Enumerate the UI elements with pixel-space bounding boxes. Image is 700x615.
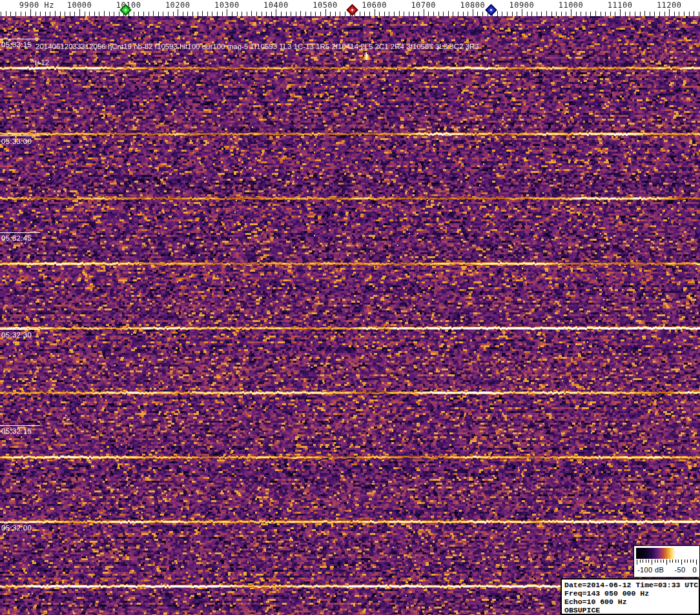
ruler-minor-tick — [232, 12, 232, 16]
station-info-box: Date=2014-06-12 Time=03:33 UTC Freq=143 … — [561, 578, 700, 615]
ruler-minor-tick — [315, 12, 316, 16]
colorbar-gradient — [636, 548, 697, 559]
ruler-minor-tick — [158, 12, 159, 16]
time-label: 05:33:15 — [1, 41, 32, 48]
colorbar-tick-scale — [634, 560, 699, 565]
ruler-minor-tick — [610, 12, 611, 16]
ruler-minor-tick — [168, 12, 169, 16]
ruler-minor-tick — [512, 12, 513, 16]
ruler-minor-tick — [674, 12, 675, 16]
ruler-minor-tick — [256, 12, 257, 16]
ruler-minor-tick — [242, 12, 242, 16]
ruler-minor-tick — [659, 12, 660, 16]
ruler-major-tick — [276, 9, 276, 16]
ruler-minor-tick — [94, 12, 95, 16]
ruler-minor-tick — [74, 12, 75, 16]
ruler-minor-tick — [360, 12, 360, 16]
ruler-minor-tick — [537, 12, 537, 16]
ruler-major-tick — [178, 9, 178, 16]
ruler-minor-tick — [60, 12, 61, 16]
ruler-minor-tick — [458, 12, 458, 16]
colorbar: -100 dB -50 0 — [633, 545, 700, 578]
ruler-frequency-label: 11100 — [608, 1, 633, 10]
ruler-minor-tick — [134, 12, 134, 16]
ruler-minor-tick — [413, 12, 414, 16]
ruler-minor-tick — [340, 12, 340, 16]
ruler-minor-tick — [640, 12, 641, 16]
ruler-minor-tick — [507, 12, 508, 16]
ruler-minor-tick — [689, 12, 690, 16]
marker-center-dot — [124, 8, 127, 11]
colorbar-label-max: 0 — [692, 566, 697, 574]
ruler-minor-tick — [163, 12, 163, 16]
ruler-minor-tick — [527, 12, 528, 16]
ruler-minor-tick — [335, 12, 336, 16]
ruler-minor-tick — [477, 12, 478, 16]
time-label: 05:32:45 — [1, 234, 32, 242]
ruler-major-tick — [30, 9, 31, 16]
ruler-minor-tick — [104, 11, 105, 16]
marker-center-dot — [351, 8, 353, 11]
colorbar-label-min: -100 dB — [637, 566, 664, 574]
ruler-minor-tick — [36, 12, 36, 16]
ruler-minor-tick — [1, 12, 1, 16]
time-label: 05:32:00 — [1, 524, 32, 532]
ruler-minor-tick — [664, 12, 665, 16]
ruler-minor-tick — [561, 12, 562, 16]
ruler-major-tick — [571, 9, 571, 16]
ruler-minor-tick — [114, 12, 114, 16]
ruler-minor-tick — [247, 12, 247, 16]
ruler-minor-tick — [109, 12, 110, 16]
ruler-minor-tick — [497, 11, 498, 16]
ruler-minor-tick — [556, 12, 557, 16]
ruler-minor-tick — [468, 12, 468, 16]
ruler-minor-tick — [517, 12, 517, 16]
ruler-major-tick — [522, 9, 522, 16]
ruler-major-tick — [79, 9, 80, 16]
ruler-minor-tick — [389, 12, 389, 16]
ruler-minor-tick — [379, 12, 380, 16]
ruler-minor-tick — [187, 12, 188, 16]
marker-red-diamond[interactable] — [346, 4, 358, 15]
time-label: 05:33:00 — [1, 137, 32, 145]
ruler-minor-tick — [394, 12, 395, 16]
ruler-minor-tick — [251, 11, 252, 16]
ruler-minor-tick — [625, 12, 626, 16]
info-echo-frequency: Echo=10 600 Hz — [564, 598, 699, 606]
ruler-minor-tick — [119, 12, 119, 16]
ruler-minor-tick — [581, 12, 581, 16]
colorbar-label-mid: -50 — [674, 566, 685, 574]
ruler-frequency-label: 10400 — [263, 1, 289, 10]
ruler-minor-tick — [428, 12, 429, 16]
ruler-minor-tick — [143, 12, 144, 16]
ruler-minor-tick — [296, 12, 296, 16]
ruler-minor-tick — [222, 12, 223, 16]
ruler-frequency-label: 10600 — [362, 1, 387, 10]
annotation-caret: ^t+12 — [31, 59, 49, 66]
ruler-minor-tick — [595, 11, 596, 16]
ruler-minor-tick — [601, 12, 601, 16]
ruler-minor-tick — [369, 12, 370, 16]
ruler-minor-tick — [50, 12, 50, 16]
ruler-minor-tick — [40, 12, 41, 16]
ruler-minor-tick — [65, 12, 65, 16]
info-date-time: Date=2014-06-12 Time=03:33 UTC — [564, 581, 699, 589]
ruler-minor-tick — [502, 12, 502, 16]
ruler-major-tick — [227, 9, 227, 16]
ruler-minor-tick — [433, 12, 434, 16]
ruler-minor-tick — [330, 12, 331, 16]
ruler-minor-tick — [183, 12, 183, 16]
ruler-minor-tick — [404, 12, 404, 16]
frequency-ruler[interactable]: 9900 Hz100001010010200103001040010500106… — [0, 0, 700, 16]
ruler-minor-tick — [453, 12, 453, 16]
ruler-frequency-label: 10300 — [214, 1, 240, 10]
ruler-minor-tick — [55, 11, 56, 16]
ruler-minor-tick — [198, 12, 198, 16]
ruler-minor-tick — [286, 12, 287, 16]
ruler-minor-tick — [15, 12, 16, 16]
ruler-minor-tick — [153, 11, 154, 16]
info-frequency: Freq=143 050 000 Hz — [564, 589, 699, 598]
ruler-frequency-label: 10200 — [165, 1, 190, 10]
ruler-minor-tick — [418, 12, 419, 16]
ruler-minor-tick — [70, 12, 70, 16]
